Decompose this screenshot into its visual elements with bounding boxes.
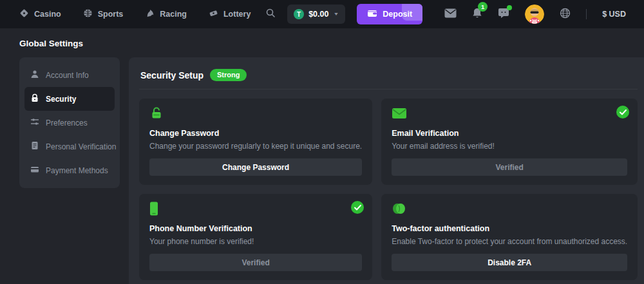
casino-icon (19, 8, 29, 21)
divider (139, 89, 638, 90)
messages-button[interactable] (444, 8, 457, 21)
nav-label: Racing (160, 10, 187, 19)
panel-title: Security Setup (140, 70, 204, 80)
card-phone-verification: Phone Number Verification Your phone num… (139, 194, 372, 280)
nav-label: Casino (34, 10, 61, 19)
lottery-icon (209, 8, 218, 21)
card-title: Two-factor authentication (392, 224, 627, 233)
security-strength-badge: Strong (210, 69, 247, 81)
mail-icon (444, 8, 457, 21)
notification-count-badge: 1 (478, 2, 488, 12)
search-icon (265, 8, 276, 21)
user-icon (30, 70, 39, 81)
card-description: Change your password regularly to keep i… (149, 142, 362, 151)
email-verified-button[interactable]: Verified (392, 158, 627, 176)
divider (586, 9, 587, 19)
page-title: Global Settings (19, 39, 631, 48)
top-navigation-bar: Casino Sports Racing Lottery (0, 0, 644, 28)
nav-label: Sports (98, 10, 124, 19)
sidebar-item-label: Payment Methods (46, 166, 108, 175)
disable-2fa-button[interactable]: Disable 2FA (392, 254, 627, 271)
topbar-icon-group: 1 (444, 5, 626, 24)
deposit-label: Deposit (383, 10, 412, 19)
card-change-password: Change Password Change your password reg… (139, 99, 372, 185)
language-button[interactable] (560, 8, 571, 21)
notifications-button[interactable]: 1 (472, 8, 482, 21)
globe-icon (560, 8, 571, 21)
sidebar-item-label: Account Info (46, 71, 89, 80)
racing-icon (145, 8, 155, 21)
balance-amount: $0.00 (308, 10, 328, 19)
currency-selector[interactable]: $ USD (602, 10, 626, 19)
credit-card-icon (30, 165, 39, 176)
settings-page: Global Settings Account Info Security Pr (0, 28, 644, 284)
verified-check-icon (616, 106, 629, 118)
card-description: Your email address is verified! (392, 142, 627, 151)
tether-coin-icon: T (294, 9, 304, 19)
chevron-down-icon: ▼ (333, 12, 339, 17)
card-email-verification: Email Verification Your email address is… (381, 99, 638, 185)
sidebar-item-preferences[interactable]: Preferences (24, 111, 115, 135)
sidebar-item-personal-verification[interactable]: Personal Verification (24, 135, 115, 158)
card-title: Email Verification (392, 129, 627, 138)
sports-icon (83, 8, 93, 21)
search-button[interactable] (265, 8, 276, 21)
online-status-dot (507, 5, 512, 10)
green-padlock-icon (149, 106, 164, 123)
sidebar-item-payment-methods[interactable]: Payment Methods (24, 158, 115, 182)
card-title: Phone Number Verification (149, 224, 362, 233)
nav-item-lottery[interactable]: Lottery (209, 8, 251, 21)
change-password-button[interactable]: Change Password (149, 158, 362, 176)
phone-verified-button[interactable]: Verified (149, 254, 362, 271)
green-envelope-icon (392, 108, 407, 122)
wallet-balance-dropdown[interactable]: T $0.00 ▼ (287, 5, 345, 24)
card-two-factor: Two-factor authentication Enable Two-fac… (381, 194, 638, 280)
security-setup-panel: Security Setup Strong Change Password Ch… (129, 57, 644, 284)
settings-sidebar: Account Info Security Preferences Person… (19, 57, 120, 188)
card-title: Change Password (149, 129, 362, 138)
sidebar-item-account-info[interactable]: Account Info (24, 63, 115, 87)
nav-item-racing[interactable]: Racing (145, 8, 187, 21)
lock-icon (30, 93, 39, 105)
sidebar-item-label: Security (46, 95, 76, 104)
topbar-right: T $0.00 ▼ Deposit 1 (265, 4, 626, 24)
green-keys-icon (392, 202, 407, 218)
sidebar-item-label: Preferences (46, 118, 88, 128)
card-description: Enable Two-factor to protect your accoun… (392, 237, 627, 246)
nav-item-casino[interactable]: Casino (19, 8, 61, 21)
nav-item-sports[interactable]: Sports (83, 8, 124, 21)
card-description: Your phone number is verified! (149, 237, 362, 246)
chat-button[interactable] (498, 8, 509, 21)
sliders-icon (30, 117, 39, 129)
deposit-button[interactable]: Deposit (357, 4, 422, 24)
document-icon (30, 141, 39, 153)
sidebar-item-label: Personal Verification (46, 142, 116, 151)
green-phone-icon (149, 202, 158, 218)
sidebar-item-security[interactable]: Security (24, 87, 115, 111)
security-cards-grid: Change Password Change your password reg… (139, 99, 638, 280)
wallet-icon (367, 9, 377, 20)
nav-label: Lottery (223, 10, 251, 19)
user-avatar[interactable] (525, 5, 544, 24)
primary-nav: Casino Sports Racing Lottery (19, 8, 251, 21)
verified-check-icon (351, 201, 364, 214)
